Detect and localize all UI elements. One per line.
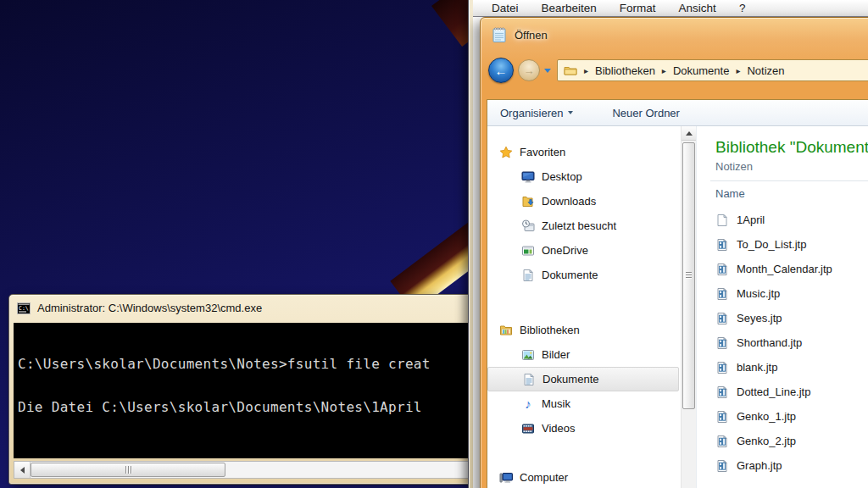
file-list-panel: Bibliothek "Dokumente" Notizen Name 1Apr… bbox=[696, 126, 868, 488]
menu-hilfe[interactable]: ? bbox=[739, 2, 746, 14]
nav-dokumente-favorit[interactable]: Dokumente bbox=[487, 263, 681, 287]
scroll-left-button[interactable] bbox=[14, 462, 31, 478]
back-button[interactable]: ← bbox=[488, 58, 514, 83]
cmd-titlebar[interactable]: C:\ Administrator: C:\Windows\system32\c… bbox=[9, 295, 508, 321]
onedrive-icon bbox=[521, 244, 535, 258]
nav-label: Computer bbox=[520, 471, 568, 484]
videos-icon bbox=[521, 422, 535, 435]
nav-favoriten[interactable]: Favoriten bbox=[487, 140, 681, 164]
console-line: Die Datei C:\Users\skolar\Documents\Note… bbox=[18, 400, 504, 414]
cmd-console[interactable]: C:\Users\skolar\Documents\Notes>fsutil f… bbox=[14, 323, 504, 458]
nav-zuletzt-besucht[interactable]: Zuletzt besucht bbox=[487, 214, 681, 238]
nav-label: Downloads bbox=[542, 195, 596, 208]
cmd-icon: C:\ bbox=[17, 302, 31, 315]
address-row: ← → ▸ Bibliotheken ▸ Dokumente ▸ Notizen bbox=[481, 50, 868, 91]
thumb-grip bbox=[686, 272, 692, 280]
new-folder-button[interactable]: Neuer Ordner bbox=[612, 107, 679, 119]
scroll-up-icon bbox=[686, 131, 693, 136]
cmd-horizontal-scrollbar[interactable] bbox=[14, 461, 504, 479]
nav-label: Dokumente bbox=[542, 373, 598, 385]
pictures-icon bbox=[521, 348, 535, 362]
dialog-title: Öffnen bbox=[515, 29, 548, 42]
recent-pages-chevron-icon[interactable] bbox=[544, 69, 551, 73]
nav-bibliotheken[interactable]: Bibliotheken bbox=[487, 318, 681, 342]
nav-dokumente-bibliothek[interactable]: Dokumente bbox=[487, 367, 679, 391]
chevron-down-icon bbox=[568, 111, 573, 114]
jtp-file-icon bbox=[715, 238, 729, 252]
file-row[interactable]: Genko_2.jtp bbox=[715, 429, 868, 453]
nav-musik[interactable]: ♪ Musik bbox=[487, 391, 681, 416]
nav-videos[interactable]: Videos bbox=[487, 416, 681, 441]
desktop-icon bbox=[521, 170, 535, 184]
breadcrumb-dokumente[interactable]: Dokumente bbox=[673, 64, 729, 77]
libraries-icon bbox=[499, 324, 513, 337]
nav-label: Zuletzt besucht bbox=[542, 219, 616, 232]
nav-spacer bbox=[487, 441, 681, 465]
file-row[interactable]: Dotted_Line.jtp bbox=[715, 380, 868, 404]
nav-label: OneDrive bbox=[542, 244, 588, 257]
jtp-file-icon bbox=[715, 287, 729, 301]
desktop: C:\ Administrator: C:\Windows\system32\c… bbox=[0, 0, 868, 488]
nav-label: Videos bbox=[542, 422, 576, 435]
jtp-file-icon bbox=[715, 361, 729, 374]
organize-button[interactable]: Organisieren bbox=[500, 107, 573, 119]
scrollbar-thumb[interactable] bbox=[31, 463, 225, 477]
file-row[interactable]: blank.jtp bbox=[715, 355, 868, 380]
jtp-file-icon bbox=[715, 459, 729, 473]
file-row[interactable]: To_Do_List.jtp bbox=[715, 232, 868, 257]
breadcrumb-bibliotheken[interactable]: Bibliotheken bbox=[595, 64, 655, 77]
organize-label: Organisieren bbox=[500, 107, 563, 119]
file-row[interactable]: Shorthand.jtp bbox=[715, 330, 868, 355]
svg-text:C:\: C:\ bbox=[19, 305, 29, 312]
file-row[interactable]: Genko_1.jtp bbox=[715, 404, 868, 429]
recent-icon bbox=[521, 219, 535, 233]
file-row[interactable]: 1April bbox=[715, 208, 868, 232]
dialog-titlebar[interactable]: Öffnen bbox=[481, 18, 868, 50]
nav-onedrive[interactable]: OneDrive bbox=[487, 238, 681, 263]
scrollbar-thumb[interactable] bbox=[682, 142, 695, 409]
file-row[interactable]: Graph.jtp bbox=[715, 453, 868, 478]
menu-bearbeiten[interactable]: Bearbeiten bbox=[542, 2, 597, 14]
console-line: C:\Users\skolar\Documents\Notes>fsutil f… bbox=[18, 357, 504, 371]
nav-downloads[interactable]: Downloads bbox=[487, 189, 681, 214]
navigation-pane: Favoriten Desktop Downloads bbox=[487, 126, 681, 488]
file-row[interactable]: Month_Calendar.jtp bbox=[715, 257, 868, 281]
dialog-main: Organisieren Neuer Ordner Favoriten bbox=[487, 99, 868, 488]
cmd-window: C:\ Administrator: C:\Windows\system32\c… bbox=[8, 294, 509, 485]
thumb-grip bbox=[128, 466, 129, 474]
nav-vertical-scrollbar[interactable] bbox=[681, 126, 696, 488]
nav-desktop[interactable]: Desktop bbox=[487, 164, 681, 189]
scroll-up-button[interactable] bbox=[682, 126, 696, 141]
breadcrumb-separator-icon: ▸ bbox=[734, 66, 742, 75]
address-bar[interactable]: ▸ Bibliotheken ▸ Dokumente ▸ Notizen bbox=[557, 59, 868, 81]
jtp-file-icon bbox=[715, 312, 729, 325]
file-name: Dotted_Line.jtp bbox=[737, 385, 810, 398]
file-name: blank.jtp bbox=[737, 361, 777, 374]
thumb-grip bbox=[125, 466, 126, 474]
notepad-menubar: Datei Bearbeiten Format Ansicht ? bbox=[473, 0, 868, 17]
forward-arrow-icon: → bbox=[524, 65, 535, 76]
console-line bbox=[18, 443, 504, 458]
menu-format[interactable]: Format bbox=[620, 2, 656, 14]
column-header-name[interactable]: Name bbox=[715, 187, 868, 200]
library-subheading: Notizen bbox=[715, 160, 868, 173]
dialog-body: Favoriten Desktop Downloads bbox=[487, 126, 868, 488]
thumb-grip bbox=[131, 466, 131, 474]
nav-bilder[interactable]: Bilder bbox=[487, 342, 681, 367]
computer-icon bbox=[499, 471, 513, 485]
forward-button[interactable]: → bbox=[518, 59, 540, 81]
breadcrumb-separator-icon: ▸ bbox=[660, 66, 668, 75]
file-row[interactable]: Music.jtp bbox=[715, 281, 868, 306]
menu-datei[interactable]: Datei bbox=[492, 2, 519, 14]
file-name: Music.jtp bbox=[737, 287, 780, 300]
file-name: Genko_1.jtp bbox=[737, 410, 796, 423]
file-name: To_Do_List.jtp bbox=[737, 238, 806, 251]
file-row[interactable]: Seyes.jtp bbox=[715, 306, 868, 330]
breadcrumb-separator-icon: ▸ bbox=[582, 66, 590, 75]
back-arrow-icon: ← bbox=[495, 64, 508, 77]
file-name: Month_Calendar.jtp bbox=[737, 263, 832, 275]
document-icon bbox=[522, 373, 536, 386]
breadcrumb-notizen[interactable]: Notizen bbox=[747, 64, 784, 77]
menu-ansicht[interactable]: Ansicht bbox=[679, 2, 716, 14]
nav-computer[interactable]: Computer bbox=[487, 465, 681, 488]
